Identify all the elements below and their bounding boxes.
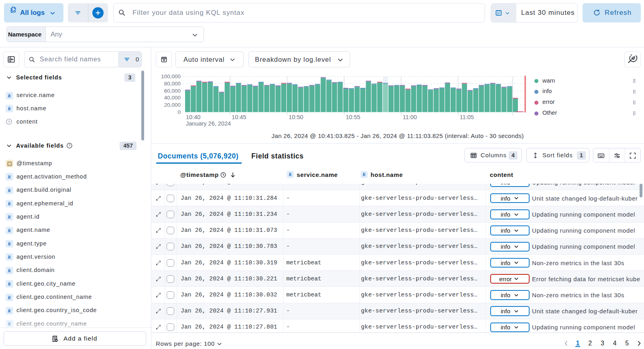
- svg-text:?: ?: [68, 144, 70, 148]
- svg-text:0: 0: [177, 109, 181, 115]
- svg-text:80,000: 80,000: [164, 81, 181, 87]
- svg-text:40,000: 40,000: [164, 95, 181, 101]
- svg-text:11:00: 11:00: [403, 114, 417, 120]
- svg-text:?: ?: [8, 120, 10, 124]
- svg-text:60,000: 60,000: [164, 88, 181, 94]
- svg-text:10:55: 10:55: [346, 114, 360, 120]
- svg-text:10:45: 10:45: [232, 114, 246, 120]
- svg-text:100,000: 100,000: [161, 73, 181, 79]
- svg-text:10:40: 10:40: [186, 114, 200, 120]
- svg-text:10:50: 10:50: [289, 114, 303, 120]
- svg-text:January 26, 2024: January 26, 2024: [186, 120, 231, 127]
- svg-text:20,000: 20,000: [164, 102, 181, 108]
- svg-text:11:05: 11:05: [460, 114, 474, 120]
